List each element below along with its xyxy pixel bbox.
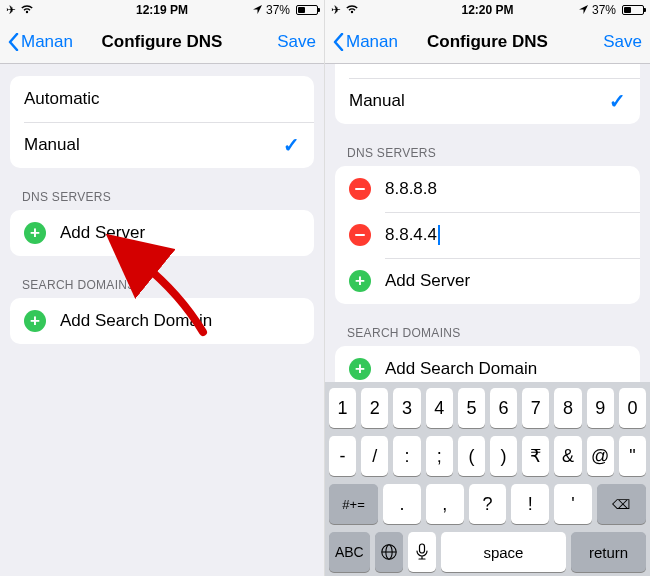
key-backspace[interactable]: ⌫ [597,484,646,524]
mode-group: Automatic Manual ✓ [335,64,640,124]
server-row[interactable]: 8.8.4.4 [335,212,640,258]
key-4[interactable]: 4 [426,388,453,428]
globe-icon [380,543,398,561]
text-cursor [438,225,440,245]
plus-icon: + [24,222,46,244]
key-6[interactable]: 6 [490,388,517,428]
key-1[interactable]: 1 [329,388,356,428]
key-exclaim[interactable]: ! [511,484,549,524]
server-value[interactable]: 8.8.4.4 [385,225,437,245]
option-label: Automatic [24,89,300,109]
status-time: 12:19 PM [0,3,324,17]
server-row[interactable]: 8.8.8.8 [335,166,640,212]
keyboard-row-1: 1 2 3 4 5 6 7 8 9 0 [329,388,646,428]
key-semicolon[interactable]: ; [426,436,453,476]
key-amp[interactable]: & [554,436,581,476]
checkmark-icon: ✓ [283,133,300,157]
content-area: Automatic Manual ✓ DNS SERVERS 8.8.8.8 [325,64,650,576]
key-globe[interactable] [375,532,403,572]
section-header-dns: DNS SERVERS [347,146,650,160]
key-8[interactable]: 8 [554,388,581,428]
battery-icon [620,5,644,15]
delete-icon[interactable] [349,178,371,200]
key-paren-open[interactable]: ( [458,436,485,476]
key-dash[interactable]: - [329,436,356,476]
dns-servers-group: 8.8.8.8 8.8.4.4 + Add Server [335,166,640,304]
section-header-dns: DNS SERVERS [22,190,324,204]
nav-title: Configure DNS [0,32,324,52]
add-server-row[interactable]: + Add Server [10,210,314,256]
battery-icon [294,5,318,15]
option-label: Automatic [349,64,626,65]
key-question[interactable]: ? [469,484,507,524]
nav-title: Configure DNS [325,32,650,52]
key-period[interactable]: . [383,484,421,524]
plus-icon: + [349,358,371,380]
key-7[interactable]: 7 [522,388,549,428]
key-paren-close[interactable]: ) [490,436,517,476]
key-return[interactable]: return [571,532,646,572]
key-rupee[interactable]: ₹ [522,436,549,476]
keyboard-row-4: ABC space return [329,532,646,572]
mic-icon [415,543,429,561]
nav-bar: Manan Configure DNS Save [0,20,324,64]
key-symbols[interactable]: #+= [329,484,378,524]
option-manual[interactable]: Manual ✓ [335,78,640,124]
screenshot-left: ✈︎ 12:19 PM 37% Manan Configur [0,0,325,576]
plus-icon: + [24,310,46,332]
option-automatic[interactable]: Automatic [10,76,314,122]
status-time: 12:20 PM [325,3,650,17]
server-value[interactable]: 8.8.8.8 [385,179,626,199]
screenshot-right: ✈︎ 12:20 PM 37% Manan Configur [325,0,650,576]
add-search-domain-row[interactable]: + Add Search Domain [10,298,314,344]
add-search-label: Add Search Domain [60,311,300,331]
nav-bar: Manan Configure DNS Save [325,20,650,64]
key-comma[interactable]: , [426,484,464,524]
key-quote[interactable]: " [619,436,646,476]
section-header-search: SEARCH DOMAINS [22,278,324,292]
key-at[interactable]: @ [587,436,614,476]
keyboard-row-3: #+= . , ? ! ' ⌫ [329,484,646,524]
svg-rect-3 [419,544,424,553]
option-label: Manual [24,135,283,155]
keyboard-row-2: - / : ; ( ) ₹ & @ " [329,436,646,476]
section-header-search: SEARCH DOMAINS [347,326,650,340]
dns-servers-group: + Add Server [10,210,314,256]
add-search-label: Add Search Domain [385,359,626,379]
key-slash[interactable]: / [361,436,388,476]
add-server-row[interactable]: + Add Server [335,258,640,304]
status-bar: ✈︎ 12:19 PM 37% [0,0,324,20]
delete-icon[interactable] [349,224,371,246]
option-label: Manual [349,91,609,111]
status-bar: ✈︎ 12:20 PM 37% [325,0,650,20]
option-manual[interactable]: Manual ✓ [10,122,314,168]
key-space[interactable]: space [441,532,566,572]
add-server-label: Add Server [60,223,300,243]
content-area: Automatic Manual ✓ DNS SERVERS + Add Ser… [0,64,324,576]
key-apostrophe[interactable]: ' [554,484,592,524]
key-mic[interactable] [408,532,436,572]
mode-group: Automatic Manual ✓ [10,76,314,168]
checkmark-icon: ✓ [609,89,626,113]
add-server-label: Add Server [385,271,626,291]
keyboard: 1 2 3 4 5 6 7 8 9 0 - / : ; ( ) [325,382,650,576]
key-2[interactable]: 2 [361,388,388,428]
key-0[interactable]: 0 [619,388,646,428]
key-colon[interactable]: : [393,436,420,476]
key-3[interactable]: 3 [393,388,420,428]
option-automatic[interactable]: Automatic [335,64,640,78]
plus-icon: + [349,270,371,292]
key-9[interactable]: 9 [587,388,614,428]
search-domains-group: + Add Search Domain [10,298,314,344]
key-abc[interactable]: ABC [329,532,370,572]
key-5[interactable]: 5 [458,388,485,428]
